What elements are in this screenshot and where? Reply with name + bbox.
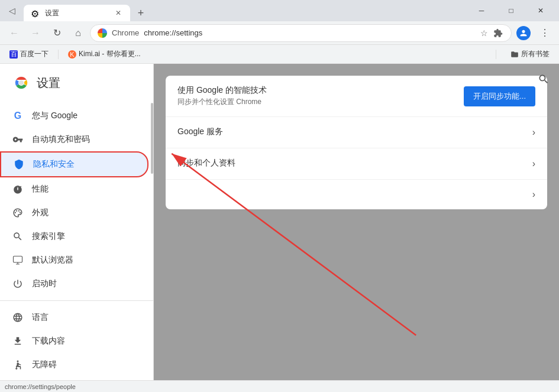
sidebar-scrollbar[interactable] [151,97,153,368]
all-bookmarks-btn[interactable]: 所有书签 [506,48,554,60]
performance-icon [12,183,24,195]
maximize-button[interactable]: □ [497,2,525,19]
bookmarks-divider [58,50,59,59]
content-inner: 使用 Google 的智能技术 同步并个性化设置 Chrome 开启同步功能..… [154,64,559,231]
sidebar-item-accessibility[interactable]: 无障碍 [0,353,148,377]
sidebar-item-accessibility-label: 无障碍 [32,359,57,370]
default-browser-icon [12,254,24,266]
sync-section-card: 使用 Google 的智能技术 同步并个性化设置 Chrome 开启同步功能..… [166,76,547,209]
minimize-button[interactable]: ─ [468,2,495,19]
sidebar-item-privacy[interactable]: 隐私和安全 [0,151,148,177]
svg-point-4 [15,212,16,213]
sync-description-line1: 使用 Google 的智能技术 [177,85,464,96]
address-url: chrome://settings [144,28,473,37]
bookmark-baidu-label: 百度一下 [20,49,49,59]
profile-button[interactable] [514,24,533,43]
third-row-chevron: › [532,189,535,200]
tab-bar: ⚙ 设置 ✕ + [24,0,468,21]
sidebar-item-performance-label: 性能 [32,184,49,195]
bookmarks-right-divider [496,50,496,59]
main-content: 设置 G 您与 Google 自动填充和密码 [0,64,559,380]
sync-row-left: 使用 Google 的智能技术 同步并个性化设置 Chrome [177,85,464,107]
sync-profile-row[interactable]: 同步和个人资料 › [166,148,547,180]
settings-title: 设置 [37,75,60,91]
google-services-row[interactable]: Google 服务 › [166,117,547,148]
sidebar-item-privacy-label: 隐私和安全 [33,159,75,170]
tab-favicon: ⚙ [31,8,40,18]
startup-icon [12,278,24,290]
settings-sidebar: 设置 G 您与 Google 自动填充和密码 [0,64,154,380]
sidebar-item-default-browser[interactable]: 默认浏览器 [0,248,148,272]
nav-separator [0,296,153,300]
sidebar-item-google-label: 您与 Google [32,111,77,121]
settings-content-area: 使用 Google 的智能技术 同步并个性化设置 Chrome 开启同步功能..… [154,64,559,380]
sidebar-item-language[interactable]: 语言 [0,306,148,329]
profile-avatar [516,26,531,40]
svg-point-7 [20,212,21,213]
bookmark-kimi[interactable]: K Kimi.ai - 帮你看更... [63,48,146,60]
svg-point-6 [18,210,20,212]
close-button[interactable]: ✕ [527,2,554,19]
sidebar-item-google[interactable]: G 您与 Google [0,104,148,128]
navigation-bar: ← → ↻ ⌂ Chrome chrome://settings ☆ ⋮ [0,21,559,45]
sidebar-item-search-engine-label: 搜索引擎 [32,231,65,242]
address-icons: ☆ [478,27,504,39]
svg-rect-8 [14,256,22,263]
settings-search-icon[interactable] [538,73,550,88]
sync-profile-chevron: › [532,158,535,169]
extensions-icon[interactable] [492,27,504,39]
accessibility-icon [12,359,24,371]
back-button[interactable]: ← [5,24,24,43]
google-icon: G [12,110,24,122]
sync-row-right: 开启同步功能... [464,86,535,106]
bookmarks-bar: 百 百度一下 K Kimi.ai - 帮你看更... 所有书签 [0,45,559,64]
new-tab-button[interactable]: + [133,5,149,21]
sidebar-item-startup-label: 启动时 [32,278,57,289]
sidebar-item-autofill-label: 自动填充和密码 [32,134,90,145]
sidebar-item-language-label: 语言 [32,312,49,323]
refresh-button[interactable]: ↻ [47,24,66,43]
bookmark-star-icon[interactable]: ☆ [478,27,490,39]
tab-back-btn[interactable]: ◁ [5,4,19,18]
browser-menu-button[interactable]: ⋮ [535,24,554,43]
third-row[interactable]: › [166,180,547,209]
sync-profile-right: › [532,158,535,169]
title-bar: ◁ ⚙ 设置 ✕ + ─ □ ✕ [0,0,559,21]
browser-frame: ◁ ⚙ 设置 ✕ + ─ □ ✕ ← → ↻ ⌂ Chrome chrome:/… [0,0,559,392]
sync-button[interactable]: 开启同步功能... [464,86,535,106]
sidebar-item-performance[interactable]: 性能 [0,177,148,201]
sidebar-scroll-thumb [151,103,153,174]
sidebar-item-search-engine[interactable]: 搜索引擎 [0,225,148,248]
status-bar: chrome://settings/people [0,380,559,392]
search-engine-icon [12,231,24,242]
sidebar-item-appearance[interactable]: 外观 [0,201,148,225]
sync-row: 使用 Google 的智能技术 同步并个性化设置 Chrome 开启同步功能..… [166,76,547,117]
bookmark-baidu[interactable]: 百 百度一下 [5,48,53,60]
svg-point-9 [17,361,19,362]
third-row-right: › [532,189,535,200]
sidebar-item-downloads[interactable]: 下载内容 [0,329,148,353]
sidebar-item-autofill[interactable]: 自动填充和密码 [0,128,148,151]
address-bar[interactable]: Chrome chrome://settings ☆ [90,24,512,42]
all-bookmarks-label: 所有书签 [521,49,550,59]
sidebar-item-appearance-label: 外观 [32,208,49,218]
forward-button[interactable]: → [26,24,45,43]
downloads-icon [12,335,24,347]
chrome-settings-logo [12,73,31,92]
sync-description-line2: 同步并个性化设置 Chrome [177,97,464,107]
svg-point-3 [19,80,24,85]
google-services-right: › [532,127,535,138]
active-tab[interactable]: ⚙ 设置 ✕ [24,5,130,21]
window-controls-left: ◁ [5,4,19,18]
status-url: chrome://settings/people [5,383,76,390]
svg-point-5 [16,210,17,212]
sidebar-item-downloads-label: 下载内容 [32,336,65,346]
sync-profile-label: 同步和个人资料 [177,158,532,169]
google-services-left: Google 服务 [177,127,532,138]
tab-title: 设置 [45,8,109,18]
chrome-logo-icon [98,28,107,38]
home-button[interactable]: ⌂ [69,24,88,43]
tab-close-btn[interactable]: ✕ [114,8,123,18]
sidebar-item-startup[interactable]: 启动时 [0,272,148,296]
sidebar-header: 设置 [0,64,153,102]
